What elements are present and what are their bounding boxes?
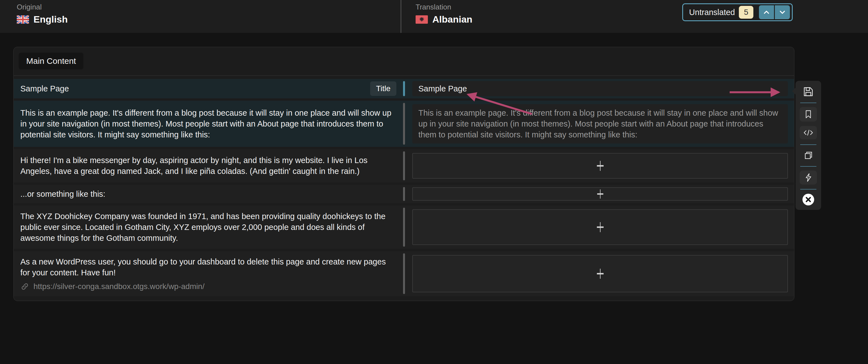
- row-indicator-bar: [403, 103, 405, 145]
- translation-language-name: Albanian: [432, 14, 472, 25]
- translation-cell: [405, 149, 794, 183]
- save-icon: [803, 86, 814, 97]
- toolbar-divider: [800, 166, 816, 167]
- source-cell: Hi there! I'm a bike messenger by day, a…: [14, 149, 403, 183]
- original-language-block: Original English: [17, 3, 68, 25]
- close-icon: [802, 193, 815, 206]
- bookmark-icon: [804, 110, 812, 119]
- save-button[interactable]: [796, 81, 821, 103]
- card-header: Main Content: [14, 47, 794, 76]
- code-icon: [803, 129, 814, 137]
- bookmark-button[interactable]: [800, 107, 817, 122]
- source-text: As a new WordPress user, you should go t…: [20, 257, 396, 278]
- table-row: ...or something like this:: [14, 185, 794, 203]
- toolbar-divider: [800, 144, 816, 145]
- side-toolbar: [796, 81, 821, 210]
- untranslated-filter[interactable]: Untranslated 5: [682, 3, 793, 21]
- row-indicator-bar: [403, 151, 405, 180]
- original-language-name: English: [33, 14, 68, 25]
- add-translation-icon: [596, 267, 604, 280]
- field-type-badge: Title: [370, 81, 396, 96]
- source-url-line: https://silver-conga.sandbox.otgs.work/w…: [20, 282, 396, 291]
- translation-language-block: Translation Albanian: [415, 3, 472, 25]
- source-text: This is an example page. It's different …: [20, 107, 396, 140]
- toolbar-divider: [800, 189, 816, 190]
- close-button[interactable]: [802, 193, 815, 206]
- next-untranslated-button[interactable]: [775, 5, 790, 19]
- source-cell: As a new WordPress user, you should go t…: [14, 251, 403, 296]
- row-indicator-bar: [403, 187, 405, 201]
- topbar-divider: [401, 0, 401, 33]
- filter-label: Untranslated: [689, 8, 735, 17]
- table-row: As a new WordPress user, you should go t…: [14, 251, 794, 296]
- translation-editor-card: Main Content Sample Page Title Sample Pa…: [13, 47, 794, 301]
- copy-icon: [803, 151, 813, 161]
- empty-translation-box[interactable]: [412, 153, 788, 179]
- link-icon: [20, 282, 29, 291]
- table-row: This is an example page. It's different …: [14, 101, 794, 147]
- translation-rows: Sample Page Title Sample Page This is an…: [14, 76, 794, 301]
- source-url: https://silver-conga.sandbox.otgs.work/w…: [33, 282, 205, 291]
- bolt-button[interactable]: [800, 171, 817, 185]
- translation-cell: [405, 185, 794, 203]
- source-cell: ...or something like this:: [14, 185, 403, 203]
- row-indicator-bar: [403, 208, 405, 247]
- source-cell: The XYZ Doohickey Company was founded in…: [14, 205, 403, 249]
- code-button[interactable]: [800, 126, 817, 139]
- albania-flag-icon: [415, 15, 428, 24]
- copy-button[interactable]: [796, 146, 821, 164]
- row-indicator-bar: [403, 253, 405, 294]
- empty-translation-box[interactable]: [412, 209, 788, 245]
- table-row: Hi there! I'm a bike messenger by day, a…: [14, 149, 794, 183]
- bolt-icon: [804, 173, 812, 182]
- translation-label: Translation: [415, 3, 472, 11]
- chevron-down-icon: [778, 8, 786, 16]
- filter-nav-buttons: [759, 5, 790, 19]
- source-text: Hi there! I'm a bike messenger by day, a…: [20, 155, 396, 177]
- translation-field[interactable]: This is an example page. It's different …: [412, 104, 788, 143]
- section-title-badge: Main Content: [19, 53, 84, 69]
- translation-cell: [405, 205, 794, 249]
- row-indicator-bar: [403, 81, 405, 96]
- source-cell: Sample Page Title: [14, 79, 403, 98]
- table-row: The XYZ Doohickey Company was founded in…: [14, 205, 794, 249]
- chevron-up-icon: [762, 8, 771, 16]
- source-text: The XYZ Doohickey Company was founded in…: [20, 211, 396, 243]
- add-translation-icon: [596, 221, 604, 234]
- table-row: Sample Page Title Sample Page: [14, 79, 794, 98]
- translation-cell: This is an example page. It's different …: [405, 101, 794, 147]
- empty-translation-box[interactable]: [412, 255, 788, 292]
- add-translation-icon: [596, 159, 604, 172]
- previous-untranslated-button[interactable]: [759, 5, 774, 19]
- source-text: Sample Page: [20, 83, 69, 94]
- empty-translation-box[interactable]: [412, 187, 788, 201]
- uk-flag-icon: [17, 15, 29, 24]
- source-cell: This is an example page. It's different …: [14, 101, 403, 147]
- original-label: Original: [17, 3, 68, 11]
- source-text: ...or something like this:: [20, 189, 396, 200]
- untranslated-count-badge: 5: [739, 6, 753, 19]
- top-bar: Original English Translation Albanian Un…: [0, 0, 868, 33]
- add-translation-icon: [596, 188, 604, 200]
- translation-field[interactable]: Sample Page: [412, 81, 788, 96]
- translation-cell: [405, 251, 794, 296]
- translation-cell: Sample Page: [405, 79, 794, 98]
- toolbar-divider: [800, 103, 816, 103]
